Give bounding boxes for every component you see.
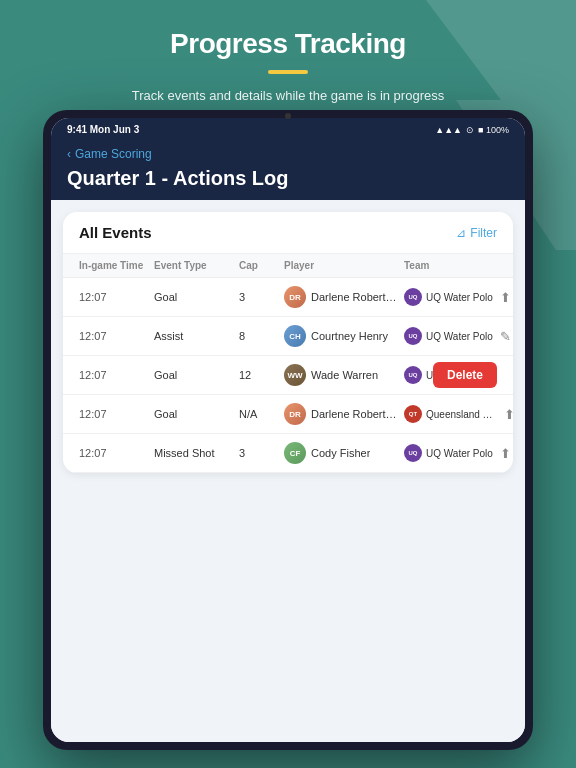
row4-team-cell: UQ UQ Water Polo ⬆ ✎ <box>404 444 513 462</box>
row0-avatar: DR <box>284 286 306 308</box>
row1-time: 12:07 <box>79 330 154 342</box>
row4-event: Missed Shot <box>154 447 239 459</box>
row1-team-badge: UQ <box>404 327 422 345</box>
status-icons: ▲▲▲ ⊙ ■ 100% <box>435 125 509 135</box>
row1-player-name: Courtney Henry <box>311 330 388 342</box>
row1-player-cell: CH Courtney Henry <box>284 325 404 347</box>
row3-avatar: DR <box>284 403 306 425</box>
row0-team-cell: UQ UQ Water Polo ⬆ ✎ <box>404 288 513 306</box>
battery-icon: ■ 100% <box>478 125 509 135</box>
card-title: All Events <box>79 224 152 241</box>
row3-time: 12:07 <box>79 408 154 420</box>
back-chevron-icon: ‹ <box>67 147 71 161</box>
row2-team-cell: UQ UQ Water Polo Delete <box>404 366 497 384</box>
row1-edit-icon[interactable]: ✎ <box>497 327 513 345</box>
row4-actions: ⬆ ✎ <box>497 444 513 462</box>
row4-cap: 3 <box>239 447 284 459</box>
row4-team-name: UQ Water Polo <box>426 448 493 459</box>
row3-event: Goal <box>154 408 239 420</box>
row1-team-cell: UQ UQ Water Polo ✎ <box>404 327 513 345</box>
row1-event: Assist <box>154 330 239 342</box>
tablet-frame: 9:41 Mon Jun 3 ▲▲▲ ⊙ ■ 100% ‹ Game Scori… <box>43 110 533 750</box>
row1-avatar: CH <box>284 325 306 347</box>
events-card: All Events ⊿ Filter In-game Time Event T… <box>63 212 513 473</box>
row4-avatar: CF <box>284 442 306 464</box>
row2-time: 12:07 <box>79 369 154 381</box>
row2-player-name: Wade Warren <box>311 369 378 381</box>
row0-share-icon[interactable]: ⬆ <box>497 288 513 306</box>
tablet-screen: 9:41 Mon Jun 3 ▲▲▲ ⊙ ■ 100% ‹ Game Scori… <box>51 118 525 742</box>
row0-cap: 3 <box>239 291 284 303</box>
col-in-game-time: In-game Time <box>79 260 154 271</box>
row2-cap: 12 <box>239 369 284 381</box>
header-section: Progress Tracking Track events and detai… <box>0 0 576 126</box>
row0-event: Goal <box>154 291 239 303</box>
wifi-icon: ⊙ <box>466 125 474 135</box>
table-row: 12:07 Assist 8 CH Courtney Henry UQ UQ W… <box>63 317 513 356</box>
col-player: Player <box>284 260 404 271</box>
delete-button[interactable]: Delete <box>433 362 497 388</box>
filter-icon: ⊿ <box>456 226 466 240</box>
col-team: Team <box>404 260 497 271</box>
page-title: Progress Tracking <box>20 28 556 60</box>
page-subtitle: Track events and details while the game … <box>20 86 556 106</box>
row3-player-name: Darlene Robertson <box>311 408 401 420</box>
row2-player-cell: WW Wade Warren <box>284 364 404 386</box>
row3-team-name: Queensland Thun... <box>426 409 496 420</box>
row3-cap: N/A <box>239 408 284 420</box>
table-row: 12:07 Goal N/A DR Darlene Robertson QT Q… <box>63 395 513 434</box>
row2-avatar: WW <box>284 364 306 386</box>
table-row: 12:07 Goal 3 DR Darlene Robertson UQ UQ … <box>63 278 513 317</box>
row0-team-name: UQ Water Polo <box>426 292 493 303</box>
table-row: 12:07 Missed Shot 3 CF Cody Fisher UQ UQ… <box>63 434 513 473</box>
row3-actions: ⬆ ✎ <box>500 405 513 423</box>
row4-player-cell: CF Cody Fisher <box>284 442 404 464</box>
nav-bar: ‹ Game Scoring Quarter 1 - Actions Log <box>51 141 525 200</box>
table-header: In-game Time Event Type Cap Player Team <box>63 254 513 278</box>
row4-player-name: Cody Fisher <box>311 447 370 459</box>
back-button[interactable]: ‹ Game Scoring <box>67 147 509 161</box>
content-area: All Events ⊿ Filter In-game Time Event T… <box>51 200 525 742</box>
table-row: 12:07 Goal 12 WW Wade Warren UQ UQ Water… <box>63 356 513 395</box>
row1-team-name: UQ Water Polo <box>426 331 493 342</box>
row3-team-cell: QT Queensland Thun... ⬆ ✎ <box>404 405 513 423</box>
row0-time: 12:07 <box>79 291 154 303</box>
row0-player-cell: DR Darlene Robertson <box>284 286 404 308</box>
title-underline <box>268 70 308 74</box>
filter-button[interactable]: ⊿ Filter <box>456 226 497 240</box>
row3-team-badge: QT <box>404 405 422 423</box>
col-event-type: Event Type <box>154 260 239 271</box>
status-time: 9:41 Mon Jun 3 <box>67 124 139 135</box>
row0-team-badge: UQ <box>404 288 422 306</box>
signal-icon: ▲▲▲ <box>435 125 462 135</box>
row0-actions: ⬆ ✎ <box>497 288 513 306</box>
row2-event: Goal <box>154 369 239 381</box>
col-cap: Cap <box>239 260 284 271</box>
row4-share-icon[interactable]: ⬆ <box>497 444 513 462</box>
row1-cap: 8 <box>239 330 284 342</box>
row3-player-cell: DR Darlene Robertson <box>284 403 404 425</box>
row4-time: 12:07 <box>79 447 154 459</box>
row2-team-badge: UQ <box>404 366 422 384</box>
row3-share-icon[interactable]: ⬆ <box>500 405 513 423</box>
quarter-title: Quarter 1 - Actions Log <box>67 167 509 190</box>
row0-player-name: Darlene Robertson <box>311 291 401 303</box>
filter-label: Filter <box>470 226 497 240</box>
row4-team-badge: UQ <box>404 444 422 462</box>
row1-actions: ✎ <box>497 327 513 345</box>
card-header: All Events ⊿ Filter <box>63 212 513 254</box>
back-label: Game Scoring <box>75 147 152 161</box>
